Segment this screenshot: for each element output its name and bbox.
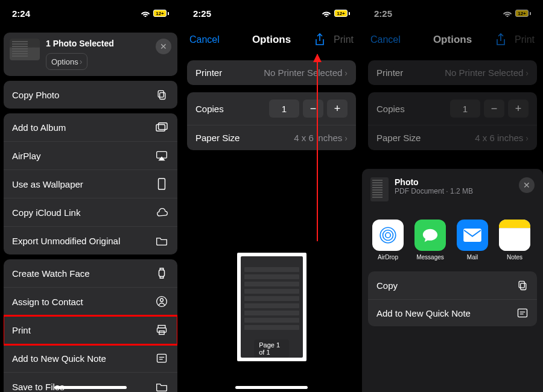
action-create-watch-face[interactable]: Create Watch Face <box>4 259 177 288</box>
action-group-more: Create Watch FaceAssign to ContactPrintA… <box>4 259 177 392</box>
svg-rect-0 <box>160 93 165 100</box>
action-group-general: Add to AlbumAirPlayUse as WallpaperCopy … <box>4 113 177 254</box>
svg-point-14 <box>383 230 393 241</box>
action-group-copy: Copy Photo <box>4 81 177 109</box>
print-button: Print <box>515 34 535 45</box>
copies-row: Copies 1 − + <box>368 92 537 125</box>
paper-size-row[interactable]: Paper Size 4 x 6 inches › <box>187 125 356 150</box>
share-app-mail[interactable]: Mail <box>456 220 489 261</box>
file-thumbnail <box>370 177 389 201</box>
folder-icon <box>154 235 169 247</box>
wifi-icon <box>503 10 512 17</box>
file-subtitle: PDF Document · 1.2 MB <box>395 187 473 195</box>
print-button: Print <box>334 34 354 45</box>
selection-title: 1 Photo Selected <box>46 39 150 48</box>
nav-bar: Cancel Options Print <box>181 27 362 53</box>
action-assign-to-contact[interactable]: Assign to Contact <box>4 288 177 316</box>
status-bar: 2:25 12+ <box>181 0 362 27</box>
options-chip[interactable]: Options› <box>46 53 87 70</box>
clock: 2:24 <box>12 8 30 19</box>
action-copy-icloud-link[interactable]: Copy iCloud Link <box>4 198 177 227</box>
print-share-overlay-panel: 2:25 12+ Cancel Options Print Printer No… <box>362 0 543 392</box>
share-actions-panel: 2:24 12+ 1 Photo Selected Options› ✕ Cop… <box>0 0 181 392</box>
increment-button[interactable]: + <box>508 100 529 118</box>
note-icon <box>154 352 169 364</box>
svg-rect-12 <box>157 354 167 362</box>
share-sheet-overlay: Photo PDF Document · 1.2 MB ✕ AirDropMes… <box>362 169 543 392</box>
folder-icon <box>154 381 169 392</box>
cancel-button[interactable]: Cancel <box>189 34 220 45</box>
clock: 2:25 <box>193 8 211 19</box>
cancel-button[interactable]: Cancel <box>370 34 401 45</box>
svg-rect-19 <box>518 309 527 317</box>
contact-icon <box>154 296 169 308</box>
annotation-arrow <box>317 54 318 241</box>
action-export-unmodified-original[interactable]: Export Unmodified Original <box>4 227 177 254</box>
share-actions-group: CopyAdd to New Quick Note <box>368 271 537 326</box>
printer-group: Printer No Printer Selected › <box>187 60 356 85</box>
print-icon <box>154 324 169 336</box>
action-add-to-album[interactable]: Add to Album <box>4 113 177 142</box>
selection-thumbnail <box>10 39 40 60</box>
copies-row: Copies 1 − + <box>187 92 356 125</box>
action-add-to-new-quick-note[interactable]: Add to New Quick Note <box>4 344 177 373</box>
print-settings-group: Copies 1 − + Paper Size 4 x 6 inches › <box>187 92 356 150</box>
action-copy-photo[interactable]: Copy Photo <box>4 81 177 109</box>
svg-rect-10 <box>157 328 167 333</box>
page-indicator: Page 1 of 1 <box>254 340 289 358</box>
wifi-icon <box>141 10 150 17</box>
status-bar: 2:24 12+ <box>0 0 181 27</box>
svg-rect-2 <box>156 125 165 131</box>
printer-row[interactable]: Printer No Printer Selected › <box>187 60 356 85</box>
share-action-copy[interactable]: Copy <box>368 271 537 300</box>
svg-rect-17 <box>521 283 526 290</box>
album-icon <box>154 121 169 133</box>
printer-row[interactable]: Printer No Printer Selected › <box>368 60 537 85</box>
clock: 2:25 <box>374 8 392 19</box>
svg-rect-5 <box>159 179 165 189</box>
action-save-to-files[interactable]: Save to Files <box>4 373 177 392</box>
airplay-icon <box>154 150 169 162</box>
wifi-icon <box>322 10 331 17</box>
share-apps-row: AirDropMessagesMailNotes <box>368 207 537 265</box>
action-print[interactable]: Print <box>4 316 177 344</box>
svg-rect-3 <box>159 123 167 130</box>
battery-indicator: 12+ <box>334 10 350 17</box>
paper-size-row[interactable]: Paper Size 4 x 6 inches › <box>368 125 537 150</box>
share-sheet-header: 1 Photo Selected Options› ✕ <box>4 33 177 76</box>
svg-point-13 <box>386 233 391 238</box>
svg-rect-16 <box>463 229 481 242</box>
action-use-as-wallpaper[interactable]: Use as Wallpaper <box>4 170 177 198</box>
svg-point-8 <box>160 299 164 302</box>
home-indicator[interactable] <box>235 386 308 389</box>
share-app-notes[interactable]: Notes <box>498 220 531 261</box>
home-indicator[interactable] <box>54 386 127 389</box>
nav-bar: Cancel Options Print <box>362 27 543 53</box>
increment-button[interactable]: + <box>327 100 348 118</box>
file-title: Photo <box>395 177 473 187</box>
action-airplay[interactable]: AirPlay <box>4 142 177 170</box>
decrement-button[interactable]: − <box>484 100 504 118</box>
share-app-messages[interactable]: Messages <box>414 220 446 261</box>
battery-indicator: 12+ <box>515 10 531 17</box>
svg-rect-6 <box>159 270 164 277</box>
print-preview[interactable]: Page 1 of 1 <box>181 253 362 361</box>
phone-icon <box>154 178 169 190</box>
share-app-airdrop[interactable]: AirDrop <box>372 220 404 261</box>
copies-count[interactable]: 1 <box>450 100 480 118</box>
svg-rect-1 <box>158 90 164 97</box>
decrement-button[interactable]: − <box>303 100 323 118</box>
close-icon[interactable]: ✕ <box>519 177 535 193</box>
print-options-panel: 2:25 12+ Cancel Options Print Printer No… <box>181 0 362 392</box>
share-icon[interactable] <box>314 33 325 46</box>
battery-indicator: 12+ <box>153 10 169 17</box>
copies-count[interactable]: 1 <box>269 100 299 118</box>
printer-group: Printer No Printer Selected › <box>368 60 537 85</box>
share-icon[interactable] <box>495 33 506 46</box>
copy-icon <box>154 89 169 101</box>
watch-icon <box>154 267 169 279</box>
close-icon[interactable]: ✕ <box>156 39 171 54</box>
svg-rect-18 <box>519 281 524 288</box>
cloud-icon <box>154 206 169 218</box>
share-action-add-to-new-quick-note[interactable]: Add to New Quick Note <box>368 300 537 326</box>
